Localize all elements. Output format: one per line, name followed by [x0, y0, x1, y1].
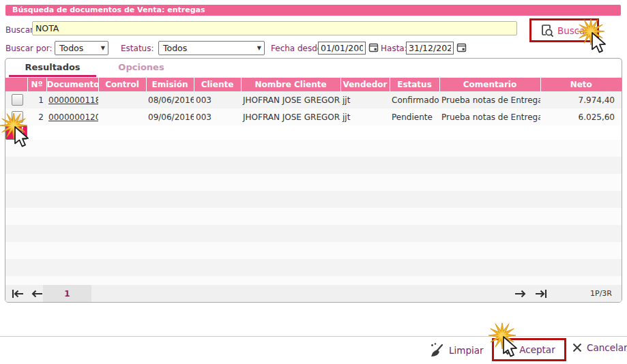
documento-link[interactable]: 0000000120	[48, 112, 98, 122]
results-panel: Resultados Opciones Nº Documento Control…	[5, 58, 622, 303]
search-dialog: Búsqueda de documentos de Venta: entrega…	[0, 0, 627, 364]
search-document-icon	[540, 23, 554, 37]
chevron-down-icon: ▼	[257, 45, 261, 51]
empty-row	[5, 259, 622, 276]
hasta-label: Hasta:	[381, 44, 407, 53]
page-number[interactable]: 1	[43, 285, 91, 303]
calendar-icon	[368, 42, 379, 52]
estatus-value: Todos	[163, 43, 187, 53]
row-num: 2	[27, 108, 46, 125]
search-button-label: Buscar	[557, 25, 589, 36]
row-neto: 7.974,40	[540, 91, 622, 108]
fecha-desde-calendar-button[interactable]	[368, 42, 379, 53]
check-icon	[503, 344, 515, 355]
row-comentario: Prueba notas de Entrega ...	[439, 108, 540, 125]
empty-row	[5, 140, 622, 157]
row-nombre: JHOFRAN JOSE GREGOR...	[241, 91, 340, 108]
search-button[interactable]: Buscar	[529, 18, 599, 42]
results-table: Nº Documento Control Emisión Cliente Nom…	[5, 78, 622, 293]
row-estatus: Pendiente	[390, 108, 439, 125]
table-row[interactable]: 1 0000000118 08/06/2016 003 JHOFRAN JOSE…	[5, 91, 622, 108]
col-estatus[interactable]: Estatus	[390, 78, 439, 91]
row-estatus: Confirmado	[390, 91, 439, 108]
empty-row	[5, 157, 622, 174]
row-neto: 10.080,00	[52, 124, 61, 141]
documento-link[interactable]: 0000000118	[48, 95, 98, 105]
row-neto: 6.025,60	[540, 108, 622, 125]
col-num[interactable]: Nº	[27, 78, 46, 91]
buscar-por-label: Buscar por:	[5, 44, 53, 53]
tab-opciones[interactable]: Opciones	[101, 60, 181, 77]
row-control	[98, 108, 146, 125]
row-cliente: 003	[194, 91, 241, 108]
row-nombre: JHOFRAN JOSE GREGOR...	[241, 108, 340, 125]
empty-row	[5, 191, 622, 208]
col-emision[interactable]: Emisión	[146, 78, 194, 91]
hasta-calendar-button[interactable]	[456, 42, 467, 53]
limpiar-button[interactable]: Limpiar	[428, 342, 484, 359]
next-page-button[interactable]	[514, 288, 527, 299]
row-vendedor: jjt	[340, 108, 390, 125]
empty-row	[5, 225, 622, 242]
tab-resultados[interactable]: Resultados	[9, 60, 96, 77]
row-emision: 08/06/2016	[146, 91, 194, 108]
buscar-por-value: Todos	[59, 43, 83, 53]
empty-row	[5, 208, 622, 225]
row-checkbox[interactable]	[12, 111, 23, 123]
row-emision: 09/06/2016	[146, 108, 194, 125]
first-page-button[interactable]	[11, 288, 25, 299]
chevron-down-icon: ▼	[101, 45, 105, 51]
estatus-label: Estatus:	[121, 44, 154, 53]
calendar-icon	[456, 42, 467, 52]
col-nombre-cliente[interactable]: Nombre Cliente	[241, 78, 340, 91]
dialog-title: Búsqueda de documentos de Venta: entrega…	[5, 5, 621, 16]
col-comentario[interactable]: Comentario	[439, 78, 540, 91]
empty-row	[5, 242, 622, 259]
row-num: 3	[14, 124, 19, 141]
col-vendedor[interactable]: Vendedor	[340, 78, 390, 91]
hasta-input[interactable]	[406, 42, 454, 55]
fecha-desde-label: Fecha desde:	[271, 44, 325, 53]
table-row-selected[interactable]: 3 notaprueb1 02/03/2017 V5156123 Andrés …	[5, 125, 27, 140]
row-control	[98, 91, 146, 108]
empty-row	[5, 174, 622, 191]
broom-icon	[428, 342, 445, 359]
pagination-bar: 1 1P/3R	[5, 285, 622, 303]
last-page-button[interactable]	[534, 288, 548, 299]
cancelar-button[interactable]: Cancelar	[572, 342, 627, 353]
col-control[interactable]: Control	[98, 78, 146, 91]
footer-divider	[0, 336, 627, 337]
row-vendedor: jjt	[340, 91, 390, 108]
close-icon	[572, 342, 583, 353]
row-cliente: 003	[194, 108, 241, 125]
estatus-select[interactable]: Todos ▼	[158, 41, 265, 55]
row-comentario: Prueba notas de Entrega ...	[439, 91, 540, 108]
table-header-row: Nº Documento Control Emisión Cliente Nom…	[5, 78, 622, 91]
prev-page-button[interactable]	[30, 288, 44, 299]
col-cliente[interactable]: Cliente	[194, 78, 241, 91]
fecha-desde-input[interactable]	[318, 42, 366, 55]
table-row[interactable]: 2 0000000120 09/06/2016 003 JHOFRAN JOSE…	[5, 108, 622, 125]
page-record-summary: 1P/3R	[590, 285, 612, 303]
col-documento[interactable]: Documento	[46, 78, 98, 91]
col-neto[interactable]: Neto	[540, 78, 622, 91]
buscar-por-select[interactable]: Todos ▼	[55, 41, 108, 55]
cancelar-label: Cancelar	[587, 342, 627, 353]
aceptar-button[interactable]: Aceptar	[492, 338, 566, 361]
limpiar-label: Limpiar	[449, 345, 484, 356]
row-checkbox[interactable]	[12, 94, 23, 106]
search-input[interactable]	[32, 21, 517, 35]
col-select	[5, 78, 27, 91]
aceptar-label: Aceptar	[519, 344, 555, 355]
row-num: 1	[27, 91, 46, 108]
